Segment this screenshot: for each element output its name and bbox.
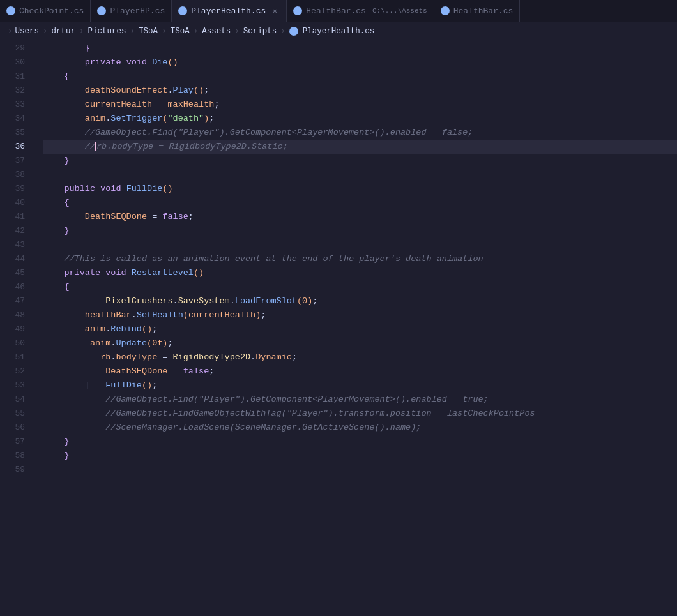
code-line-43 xyxy=(43,238,677,252)
breadcrumb-tsoa1[interactable]: TSoA xyxy=(139,27,158,36)
code-line-52: DeathSEQDone = false; xyxy=(43,364,677,379)
line-numbers: 29 30 31 32 33 34 35 36 37 38 39 40 41 4… xyxy=(0,40,33,616)
code-line-33: currentHealth = maxHealth; xyxy=(43,98,677,112)
code-line-35: //GameObject.Find("Player").GetComponent… xyxy=(43,126,677,140)
code-line-53: | FullDie(); xyxy=(43,379,677,393)
tab-icon-checkpoint xyxy=(6,6,15,15)
code-line-31: { xyxy=(43,70,677,84)
tab-label-playerhealth: PlayerHealth.cs xyxy=(191,6,266,16)
breadcrumb-drtur[interactable]: drtur xyxy=(52,27,76,36)
code-line-41: DeathSEQDone = false; xyxy=(43,210,677,224)
breadcrumb-pictures[interactable]: Pictures xyxy=(88,27,126,36)
breadcrumb-separator: › xyxy=(8,27,13,36)
code-line-36: //rb.bodyType = RigidbodyType2D.Static; xyxy=(43,140,677,154)
tab-checkpoint[interactable]: CheckPoint.cs xyxy=(0,0,91,22)
tab-icon-playerhp xyxy=(97,6,106,15)
tab-close-playerhealth[interactable]: ✕ xyxy=(270,6,280,16)
code-line-56: //SceneManager.LoadScene(SceneManager.Ge… xyxy=(43,421,677,435)
code-line-38 xyxy=(43,168,677,182)
code-line-48: healthBar.SetHealth(currentHealth); xyxy=(43,308,677,322)
breadcrumb-tsoa2[interactable]: TSoA xyxy=(171,27,190,36)
tab-playerhealth[interactable]: PlayerHealth.cs ✕ xyxy=(172,0,287,22)
tab-icon-healthbar2 xyxy=(441,6,450,15)
tab-label-healthbar1: HealthBar.cs xyxy=(306,6,366,16)
code-line-40: { xyxy=(43,196,677,210)
code-line-54: //GameObject.Find("Player").GetComponent… xyxy=(43,393,677,407)
code-line-55: //GameObject.FindGameObjectWithTag("Play… xyxy=(43,407,677,421)
tab-path-healthbar1: C:\...\Assets xyxy=(372,7,427,15)
tab-icon-healthbar1 xyxy=(293,6,302,15)
code-line-29: } xyxy=(43,41,677,56)
tab-label-healthbar2: HealthBar.cs xyxy=(453,6,513,16)
tab-icon-playerhealth xyxy=(178,6,187,15)
breadcrumb-scripts[interactable]: Scripts xyxy=(243,27,277,36)
tab-label-checkpoint: CheckPoint.cs xyxy=(19,6,84,16)
code-line-39: public void FullDie() xyxy=(43,182,677,196)
code-line-30: private void Die() xyxy=(43,56,677,70)
breadcrumb-file-icon xyxy=(289,27,298,36)
code-line-34: anim.SetTrigger("death"); xyxy=(43,112,677,126)
code-line-58: } xyxy=(43,449,677,463)
tab-bar: CheckPoint.cs PlayerHP.cs PlayerHealth.c… xyxy=(0,0,677,22)
code-line-51: rb.bodyType = RigidbodyType2D.Dynamic; xyxy=(43,350,677,364)
code-line-46: { xyxy=(43,280,677,294)
breadcrumb: › Users › drtur › Pictures › TSoA › TSoA… xyxy=(0,22,677,40)
code-content[interactable]: } private void Die() { deathSoundEffect.… xyxy=(33,40,677,616)
code-line-57: } xyxy=(43,435,677,449)
code-line-45: private void RestartLevel() xyxy=(43,266,677,280)
tab-label-playerhp: PlayerHP.cs xyxy=(110,6,165,16)
breadcrumb-assets[interactable]: Assets xyxy=(202,27,231,36)
tab-healthbar2[interactable]: HealthBar.cs xyxy=(434,0,521,22)
code-line-42: } xyxy=(43,224,677,238)
editor: 29 30 31 32 33 34 35 36 37 38 39 40 41 4… xyxy=(0,40,677,616)
code-line-50: anim.Update(0f); xyxy=(43,336,677,350)
breadcrumb-filename: PlayerHealth.cs xyxy=(303,27,375,36)
code-line-32: deathSoundEffect.Play(); xyxy=(43,84,677,98)
code-line-47: PixelCrushers.SaveSystem.LoadFromSlot(0)… xyxy=(43,294,677,308)
code-line-37: } xyxy=(43,154,677,168)
tab-playerhp[interactable]: PlayerHP.cs xyxy=(91,0,172,22)
code-line-59 xyxy=(43,463,677,477)
tab-healthbar1[interactable]: HealthBar.cs C:\...\Assets xyxy=(287,0,434,22)
breadcrumb-users[interactable]: Users xyxy=(15,27,40,36)
code-line-49: anim.Rebind(); xyxy=(43,322,677,336)
code-line-44: //This is called as an animation event a… xyxy=(43,252,677,266)
